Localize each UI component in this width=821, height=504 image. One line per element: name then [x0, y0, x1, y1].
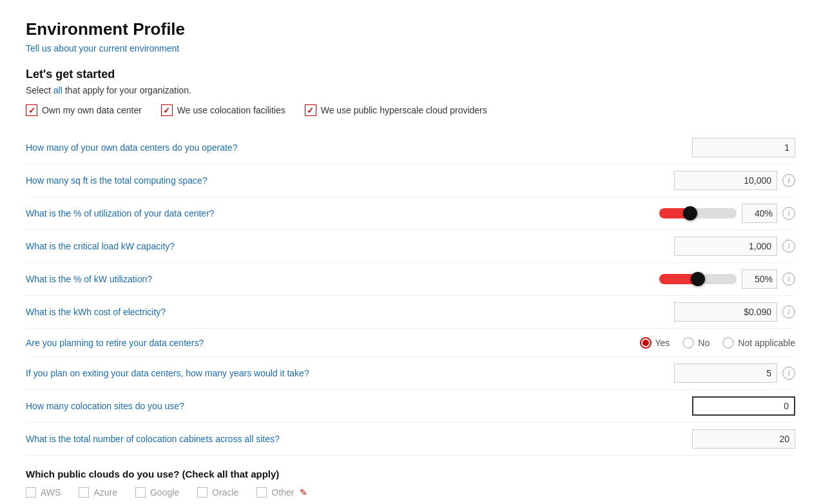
cloud-checkbox-oracle[interactable]: Oracle — [197, 487, 238, 498]
cloud-checkbox-other[interactable]: Other ✎ — [256, 487, 307, 498]
checkbox-colocation-label: We use colocation facilities — [177, 105, 285, 115]
input-q10[interactable] — [692, 429, 795, 449]
checkbox-public-cloud-label: We use public hyperscale cloud providers — [321, 105, 487, 115]
slider-thumb-q3[interactable] — [683, 206, 697, 220]
input-q1[interactable] — [692, 138, 795, 157]
radio-no[interactable]: No — [682, 337, 710, 349]
section-description: Select all that apply for your organizat… — [26, 85, 795, 95]
question-right-q3: i — [659, 204, 795, 223]
question-label-q5: What is the % of kW utilization? — [26, 274, 659, 284]
checkbox-public-cloud[interactable]: We use public hyperscale cloud providers — [305, 104, 487, 116]
cloud-checkbox-aws-box[interactable] — [26, 487, 36, 498]
input-q2[interactable] — [674, 171, 777, 190]
cloud-section: Which public clouds do you use? (Check a… — [26, 469, 795, 498]
questions-container: How many of your own data centers do you… — [26, 131, 795, 456]
cloud-checkbox-azure-box[interactable] — [79, 487, 89, 498]
slider-container-q3 — [659, 208, 737, 218]
question-right-q6: i — [674, 302, 795, 322]
question-row-q10: What is the total number of colocation c… — [26, 423, 795, 456]
cloud-checkbox-google-label: Google — [150, 487, 179, 498]
checkbox-own-dc-box[interactable] — [26, 104, 37, 116]
cloud-section-title: Which public clouds do you use? (Check a… — [26, 469, 795, 480]
question-row-q6: What is the kWh cost of electricity? i — [26, 296, 795, 329]
radio-group-q7: Yes No Not applicable — [640, 337, 795, 349]
question-right-q2: i — [674, 171, 795, 190]
question-row-q9: How many colocation sites do you use? — [26, 390, 795, 423]
question-row-q8: If you plan on exiting your data centers… — [26, 357, 795, 390]
checkbox-own-dc-label: Own my own data center — [42, 105, 142, 115]
question-right-q5: i — [659, 269, 795, 289]
checkbox-colocation-box[interactable] — [161, 104, 173, 116]
checkbox-colocation[interactable]: We use colocation facilities — [161, 104, 285, 116]
question-right-q9 — [692, 396, 795, 416]
main-checkboxes: Own my own data center We use colocation… — [26, 104, 795, 116]
subtitle-link[interactable]: Tell us about your current environment — [26, 43, 795, 53]
question-right-q7: Yes No Not applicable — [640, 337, 795, 349]
cloud-checkbox-oracle-label: Oracle — [212, 487, 238, 498]
info-icon-q5[interactable]: i — [782, 273, 795, 286]
radio-not-applicable[interactable]: Not applicable — [722, 337, 795, 349]
question-row-q4: What is the critical load kW capacity? i — [26, 230, 795, 263]
question-right-q8: i — [674, 363, 795, 383]
radio-no-circle[interactable] — [682, 337, 694, 349]
cloud-checkbox-aws[interactable]: AWS — [26, 487, 61, 498]
cloud-checkbox-other-box[interactable] — [256, 487, 267, 498]
question-label-q7: Are you planning to retire your data cen… — [26, 338, 640, 348]
cloud-checkbox-oracle-box[interactable] — [197, 487, 208, 498]
info-icon-q3[interactable]: i — [782, 207, 795, 220]
question-label-q9: How many colocation sites do you use? — [26, 401, 692, 411]
question-label-q2: How many sq ft is the total computing sp… — [26, 175, 674, 186]
section-title: Let's get started — [26, 68, 795, 81]
cloud-checkbox-azure[interactable]: Azure — [79, 487, 117, 498]
question-row-q3: What is the % of utilization of your dat… — [26, 197, 795, 230]
question-label-q1: How many of your own data centers do you… — [26, 142, 692, 153]
slider-track-q3[interactable] — [659, 208, 737, 218]
info-icon-q2[interactable]: i — [782, 174, 795, 187]
question-row-q7: Are you planning to retire your data cen… — [26, 329, 795, 357]
radio-yes-circle[interactable] — [640, 337, 652, 349]
question-label-q4: What is the critical load kW capacity? — [26, 241, 674, 251]
question-label-q10: What is the total number of colocation c… — [26, 434, 692, 444]
info-icon-q6[interactable]: i — [782, 305, 795, 318]
radio-no-label: No — [698, 338, 710, 348]
input-q6[interactable] — [674, 302, 777, 322]
input-q8[interactable] — [674, 363, 777, 383]
slider-container-q5 — [659, 274, 737, 284]
question-right-q1 — [692, 138, 795, 157]
cloud-checkbox-google[interactable]: Google — [135, 487, 179, 498]
question-label-q3: What is the % of utilization of your dat… — [26, 208, 659, 218]
cloud-checkbox-google-box[interactable] — [135, 487, 146, 498]
checkbox-public-cloud-box[interactable] — [305, 104, 316, 116]
radio-not-applicable-label: Not applicable — [738, 338, 795, 348]
slider-thumb-q5[interactable] — [691, 272, 705, 286]
cloud-checkboxes-row: AWS Azure Google Oracle Other ✎ — [26, 487, 795, 498]
question-row-q1: How many of your own data centers do you… — [26, 131, 795, 164]
radio-not-applicable-circle[interactable] — [722, 337, 734, 349]
question-right-q10 — [692, 429, 795, 449]
cloud-checkbox-aws-label: AWS — [41, 487, 61, 498]
other-edit-icon[interactable]: ✎ — [300, 487, 307, 498]
info-icon-q8[interactable]: i — [782, 367, 795, 380]
highlight-all: all — [53, 85, 63, 95]
checkbox-own-dc[interactable]: Own my own data center — [26, 104, 142, 116]
cloud-checkbox-other-label: Other — [271, 487, 294, 498]
input-q9[interactable] — [692, 396, 795, 416]
slider-track-q5[interactable] — [659, 274, 737, 284]
radio-yes[interactable]: Yes — [640, 337, 670, 349]
question-label-q6: What is the kWh cost of electricity? — [26, 307, 674, 317]
input-q5[interactable] — [742, 269, 777, 289]
info-icon-q4[interactable]: i — [782, 240, 795, 253]
input-q4[interactable] — [674, 237, 777, 256]
cloud-checkbox-azure-label: Azure — [93, 487, 117, 498]
page-title: Environment Profile — [26, 19, 795, 39]
question-right-q4: i — [674, 237, 795, 256]
radio-yes-label: Yes — [655, 338, 670, 348]
question-row-q5: What is the % of kW utilization? i — [26, 263, 795, 296]
question-label-q8: If you plan on exiting your data centers… — [26, 368, 674, 378]
input-q3[interactable] — [742, 204, 777, 223]
question-row-q2: How many sq ft is the total computing sp… — [26, 164, 795, 197]
